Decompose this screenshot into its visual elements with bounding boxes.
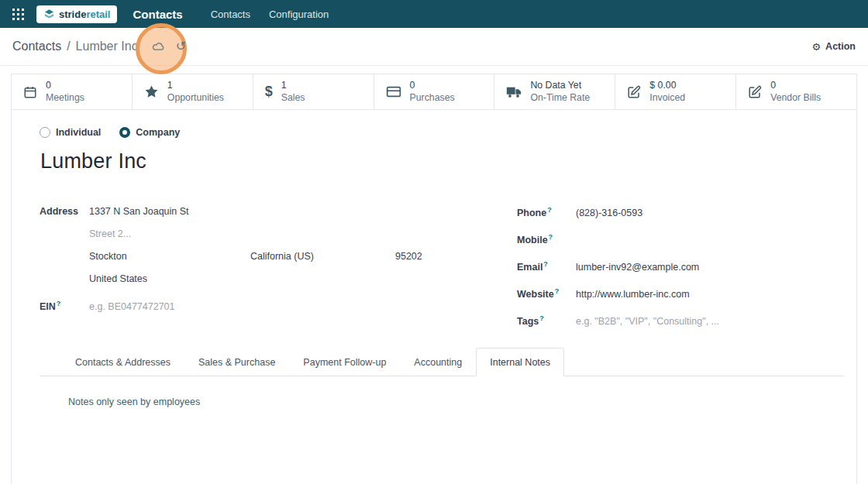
stat-label: Meetings (46, 92, 84, 105)
phone-field[interactable]: (828)-316-0593 (576, 208, 642, 218)
stat-value: 0 (46, 80, 84, 92)
radio-company-label: Company (136, 127, 180, 138)
stat-invoiced[interactable]: $ 0.00 Invoiced (615, 74, 736, 109)
stat-label: On-Time Rate (530, 92, 590, 105)
stat-label: Purchases (410, 92, 455, 105)
form-body: Individual Company Lumber Inc Address 13… (12, 110, 856, 407)
ein-label: EIN? (40, 300, 89, 312)
radio-individual-label: Individual (56, 127, 101, 138)
edit-icon (748, 85, 762, 99)
stat-value: 1 (281, 80, 305, 92)
action-button[interactable]: ⚙ Action (811, 41, 856, 53)
stat-label: Opportunities (167, 92, 224, 105)
radio-individual-circle[interactable] (40, 127, 50, 138)
radio-individual[interactable]: Individual (40, 127, 101, 138)
tab-sales-purchase[interactable]: Sales & Purchase (184, 348, 289, 376)
help-question-mark: ? (543, 260, 548, 268)
contact-info-column: Phone? (828)-316-0593 Mobile? Email? lum… (442, 206, 844, 342)
breadcrumb-parent[interactable]: Contacts (12, 39, 61, 53)
notes-field[interactable]: Notes only seen by employees (68, 396, 844, 407)
notebook-tabs: Contacts & Addresses Sales & Purchase Pa… (40, 348, 844, 376)
help-question-mark: ? (57, 300, 61, 307)
truck-icon (506, 85, 522, 98)
tab-accounting[interactable]: Accounting (400, 348, 476, 376)
company-type-radio-group: Individual Company (40, 127, 844, 138)
star-icon (144, 84, 159, 99)
brand-logo[interactable]: strideretail (36, 5, 117, 23)
tab-contacts-addresses[interactable]: Contacts & Addresses (61, 348, 184, 376)
stat-label: Invoiced (649, 92, 685, 105)
address-column: Address 1337 N San Joaquin St Street 2..… (40, 206, 442, 342)
menu-contacts[interactable]: Contacts (203, 4, 258, 25)
control-bar: Contacts / Lumber Inc ↺ ⚙ Action (0, 28, 868, 66)
email-label: Email? (517, 260, 576, 273)
street-field[interactable]: 1337 N San Joaquin St (89, 206, 189, 217)
credit-card-icon (386, 85, 401, 98)
country-field[interactable]: United States (89, 273, 147, 284)
apps-grid-icon[interactable] (9, 5, 27, 23)
email-field[interactable]: lumber-inv92@example.com (576, 262, 699, 273)
brand-logo-icon (43, 9, 55, 20)
edit-icon (627, 85, 641, 99)
save-cloud-icon[interactable] (152, 41, 165, 52)
action-button-label: Action (825, 41, 856, 52)
current-app-title[interactable]: Contacts (133, 8, 182, 21)
brand-name: strideretail (59, 9, 110, 19)
breadcrumb-current: Lumber Inc (76, 39, 138, 53)
radio-company-circle[interactable] (119, 127, 130, 138)
ein-field[interactable]: e.g. BE0477472701 (89, 301, 175, 312)
phone-label: Phone? (517, 206, 576, 218)
state-field[interactable]: California (US) (250, 251, 395, 262)
top-menu: Contacts Configuration (203, 4, 337, 25)
stat-label: Vendor Bills (770, 92, 821, 105)
mobile-label: Mobile? (517, 233, 576, 245)
address-label: Address (40, 206, 89, 217)
tags-field[interactable]: e.g. "B2B", "VIP", "Consulting", ... (576, 316, 719, 327)
stat-value: 0 (410, 80, 455, 92)
zip-field[interactable]: 95202 (395, 251, 422, 262)
stat-value: $ 0.00 (649, 80, 685, 92)
help-question-mark: ? (547, 206, 552, 214)
stat-on-time-rate[interactable]: No Data Yet On-Time Rate (494, 74, 615, 109)
discard-undo-icon[interactable]: ↺ (176, 40, 186, 53)
radio-company[interactable]: Company (119, 127, 180, 138)
help-question-mark: ? (555, 287, 560, 295)
help-question-mark: ? (539, 314, 544, 322)
website-label: Website? (517, 287, 576, 300)
stat-sales[interactable]: $ 1 Sales (253, 74, 374, 109)
stat-purchases[interactable]: 0 Purchases (374, 74, 495, 109)
top-navbar: strideretail Contacts Contacts Configura… (0, 0, 868, 28)
tags-label: Tags? (517, 314, 576, 327)
stat-button-bar: 0 Meetings 1 Opportunities $ 1 Sales (12, 74, 856, 110)
field-columns: Address 1337 N San Joaquin St Street 2..… (40, 206, 844, 342)
internal-notes-pane: Notes only seen by employees (40, 376, 844, 407)
record-name-field[interactable]: Lumber Inc (40, 149, 844, 173)
tab-payment-follow-up[interactable]: Payment Follow-up (289, 348, 400, 376)
stat-vendor-bills[interactable]: 0 Vendor Bills (736, 74, 856, 109)
stat-value: 1 (167, 80, 224, 92)
breadcrumb-separator: / (67, 39, 70, 53)
menu-configuration[interactable]: Configuration (261, 4, 336, 25)
form-sheet: 0 Meetings 1 Opportunities $ 1 Sales (11, 74, 857, 484)
website-field[interactable]: http://www.lumber-inc.com (576, 289, 690, 300)
help-question-mark: ? (549, 233, 553, 241)
tab-internal-notes[interactable]: Internal Notes (476, 348, 564, 376)
city-field[interactable]: Stockton (89, 251, 250, 262)
stat-opportunities[interactable]: 1 Opportunities (133, 74, 253, 109)
stat-value: No Data Yet (530, 80, 590, 92)
calendar-icon (23, 85, 37, 99)
stat-meetings[interactable]: 0 Meetings (12, 74, 133, 109)
gear-icon: ⚙ (811, 41, 821, 53)
stat-label: Sales (281, 92, 305, 105)
stat-value: 0 (770, 80, 821, 92)
street2-field[interactable]: Street 2... (89, 228, 131, 239)
dollar-icon: $ (265, 84, 273, 100)
